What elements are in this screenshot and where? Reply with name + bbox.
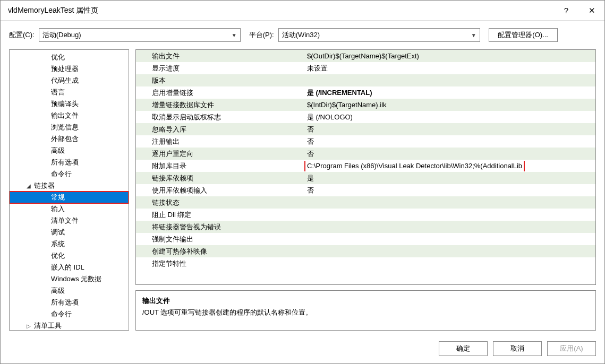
help-button[interactable]: ? bbox=[553, 1, 579, 21]
property-value[interactable]: 否 bbox=[304, 125, 595, 134]
tree-item-label: 常规 bbox=[51, 193, 65, 202]
tree-item[interactable]: 输入 bbox=[10, 203, 129, 215]
property-label: 创建可热修补映像 bbox=[136, 247, 304, 256]
property-row[interactable]: 强制文件输出 bbox=[136, 233, 595, 245]
property-row[interactable]: 附加库目录C:\Program Files (x86)\Visual Leak … bbox=[136, 160, 595, 172]
property-value[interactable]: 是 bbox=[304, 174, 595, 183]
config-select[interactable]: 活动(Debug) ▼ bbox=[39, 28, 241, 42]
property-value[interactable]: 否 bbox=[304, 137, 595, 146]
property-row[interactable]: 显示进度未设置 bbox=[136, 62, 595, 74]
tree-item-label: 代码生成 bbox=[51, 76, 79, 85]
tree-item[interactable]: 常规 bbox=[10, 192, 129, 203]
footer: 确定 取消 应用(A) bbox=[1, 336, 604, 363]
property-row[interactable]: 取消显示启动版权标志是 (/NOLOGO) bbox=[136, 111, 595, 123]
chevron-down-icon: ▼ bbox=[232, 32, 237, 38]
tree-item[interactable]: Windows 元数据 bbox=[10, 273, 129, 285]
tree-item-label: 调试 bbox=[51, 228, 65, 237]
tree-item[interactable]: 命令行 bbox=[10, 308, 129, 320]
dialog-window: vldMemoryLeakTest 属性页 ? ✕ 配置(C): 活动(Debu… bbox=[0, 0, 605, 364]
tree-item[interactable]: 所有选项 bbox=[10, 157, 129, 168]
cancel-button[interactable]: 取消 bbox=[493, 341, 542, 356]
tree-item-label: 浏览信息 bbox=[51, 123, 79, 132]
window-title: vldMemoryLeakTest 属性页 bbox=[8, 6, 553, 15]
tree-item-label: 优化 bbox=[51, 251, 65, 261]
property-row[interactable]: 使用库依赖项输入否 bbox=[136, 184, 595, 196]
tree-item[interactable]: 高级 bbox=[10, 285, 129, 297]
description-panel: 输出文件 /OUT 选项可重写链接器创建的程序的默认名称和位置。 bbox=[135, 290, 596, 331]
property-row[interactable]: 注册输出否 bbox=[136, 135, 595, 148]
property-row[interactable]: 增量链接数据库文件$(IntDir)$(TargetName).ilk bbox=[136, 99, 595, 111]
tree-item-label: 所有选项 bbox=[51, 158, 79, 167]
tree-item-label: 输入 bbox=[51, 204, 65, 214]
property-value[interactable]: 是 (/INCREMENTAL) bbox=[304, 88, 595, 98]
config-manager-button[interactable]: 配置管理器(O)... bbox=[489, 28, 558, 42]
triangle-down-icon: ◢ bbox=[27, 183, 34, 189]
property-label: 附加库目录 bbox=[136, 161, 304, 171]
property-row[interactable]: 阻止 Dll 绑定 bbox=[136, 209, 595, 221]
property-label: 链接库依赖项 bbox=[136, 174, 304, 183]
tree-item[interactable]: 优化 bbox=[10, 51, 129, 63]
tree-item[interactable]: ▷清单工具 bbox=[10, 320, 129, 331]
close-button[interactable]: ✕ bbox=[579, 1, 604, 21]
property-value[interactable]: 否 bbox=[304, 149, 595, 159]
property-value[interactable]: 是 (/NOLOGO) bbox=[304, 112, 595, 122]
nav-tree[interactable]: 优化预处理器代码生成语言预编译头输出文件浏览信息外部包含高级所有选项命令行◢链接… bbox=[9, 49, 129, 331]
apply-button[interactable]: 应用(A) bbox=[547, 341, 596, 356]
tree-item[interactable]: 命令行 bbox=[10, 168, 129, 180]
tree-item[interactable]: 语言 bbox=[10, 86, 129, 98]
property-row[interactable]: 版本 bbox=[136, 74, 595, 86]
platform-select[interactable]: 活动(Win32) ▼ bbox=[278, 28, 480, 42]
property-label: 显示进度 bbox=[136, 64, 304, 73]
config-value: 活动(Debug) bbox=[42, 30, 81, 40]
property-row[interactable]: 逐用户重定向否 bbox=[136, 148, 595, 160]
platform-value: 活动(Win32) bbox=[282, 30, 320, 40]
property-label: 版本 bbox=[136, 76, 304, 85]
property-row[interactable]: 指定节特性 bbox=[136, 257, 595, 270]
tree-item[interactable]: 预处理器 bbox=[10, 63, 129, 75]
property-row[interactable]: 链接库依赖项是 bbox=[136, 172, 595, 184]
property-value[interactable]: 未设置 bbox=[304, 64, 595, 73]
property-label: 阻止 Dll 绑定 bbox=[136, 210, 304, 220]
tree-item-label: 系统 bbox=[51, 239, 65, 249]
property-grid: 输出文件$(OutDir)$(TargetName)$(TargetExt)显示… bbox=[135, 49, 596, 285]
tree-item[interactable]: 系统 bbox=[10, 238, 129, 250]
tree-item[interactable]: ◢链接器 bbox=[10, 180, 129, 192]
property-row[interactable]: 创建可热修补映像 bbox=[136, 245, 595, 257]
ok-button[interactable]: 确定 bbox=[439, 341, 488, 356]
tree-item[interactable]: 输出文件 bbox=[10, 110, 129, 122]
tree-item-label: 命令行 bbox=[51, 309, 72, 319]
content: 优化预处理器代码生成语言预编译头输出文件浏览信息外部包含高级所有选项命令行◢链接… bbox=[1, 49, 604, 336]
property-row[interactable]: 忽略导入库否 bbox=[136, 123, 595, 135]
tree-item[interactable]: 嵌入的 IDL bbox=[10, 262, 129, 273]
tree-item-label: 清单文件 bbox=[51, 216, 79, 226]
tree-item[interactable]: 高级 bbox=[10, 145, 129, 157]
property-value[interactable]: $(IntDir)$(TargetName).ilk bbox=[304, 101, 595, 109]
tree-item[interactable]: 优化 bbox=[10, 250, 129, 262]
property-label: 链接状态 bbox=[136, 198, 304, 207]
tree-item-label: 语言 bbox=[51, 88, 65, 97]
tree-item-label: 高级 bbox=[51, 146, 65, 155]
tree-item[interactable]: 代码生成 bbox=[10, 75, 129, 86]
tree-item[interactable]: 清单文件 bbox=[10, 215, 129, 227]
property-label: 逐用户重定向 bbox=[136, 149, 304, 159]
property-label: 强制文件输出 bbox=[136, 235, 304, 244]
tree-item[interactable]: 外部包含 bbox=[10, 133, 129, 145]
tree-item-label: 清单工具 bbox=[34, 321, 62, 331]
property-value[interactable]: C:\Program Files (x86)\Visual Leak Detec… bbox=[304, 161, 595, 171]
property-label: 忽略导入库 bbox=[136, 125, 304, 134]
property-value[interactable]: $(OutDir)$(TargetName)$(TargetExt) bbox=[304, 52, 595, 60]
tree-item[interactable]: 浏览信息 bbox=[10, 122, 129, 133]
tree-item[interactable]: 预编译头 bbox=[10, 98, 129, 110]
tree-item-label: 外部包含 bbox=[51, 134, 79, 144]
tree-item-label: 优化 bbox=[51, 53, 65, 62]
property-row[interactable]: 输出文件$(OutDir)$(TargetName)$(TargetExt) bbox=[136, 50, 595, 62]
property-row[interactable]: 将链接器警告视为错误 bbox=[136, 221, 595, 233]
property-value[interactable]: 否 bbox=[304, 186, 595, 195]
tree-item[interactable]: 调试 bbox=[10, 227, 129, 238]
tree-item[interactable]: 所有选项 bbox=[10, 297, 129, 308]
config-label: 配置(C): bbox=[9, 30, 35, 40]
property-row[interactable]: 启用增量链接是 (/INCREMENTAL) bbox=[136, 86, 595, 99]
property-row[interactable]: 链接状态 bbox=[136, 196, 595, 209]
tree-item-label: 嵌入的 IDL bbox=[51, 263, 84, 272]
tree-item-label: Windows 元数据 bbox=[51, 274, 101, 284]
